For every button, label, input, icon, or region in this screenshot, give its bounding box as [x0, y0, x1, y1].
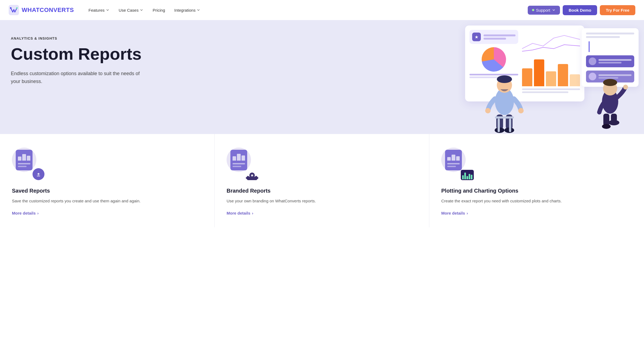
- navigation: WHATCONVERTS Features Use Cases Pricing …: [0, 0, 644, 20]
- line-chart: [522, 30, 580, 54]
- card-title-charting: Plotting and Charting Options: [441, 188, 632, 194]
- person-right-illustration: [590, 74, 630, 134]
- card-desc-saved: Save the customized reports you create a…: [12, 198, 202, 204]
- branded-reports-icon-wrap: ★: [227, 148, 259, 180]
- star-widget: ★: [469, 30, 518, 44]
- doc-bar-2-1: [233, 156, 236, 161]
- svg-point-17: [603, 79, 617, 86]
- user-row-1: [586, 55, 634, 67]
- hero-illustration: ★: [454, 20, 644, 134]
- line-2: [484, 38, 506, 40]
- doc-line-3-2: [447, 166, 456, 167]
- user-line-1b: [598, 62, 622, 63]
- branded-reports-more-details[interactable]: More details ›: [227, 211, 417, 215]
- upload-badge: [33, 168, 44, 180]
- line-1: [484, 34, 516, 36]
- nav-links: Features Use Cases Pricing Integrations: [85, 6, 528, 15]
- doc-bar-2: [22, 154, 26, 161]
- label-2: [522, 91, 568, 93]
- doc-bar-3-1: [447, 157, 451, 161]
- hero-section: ANALYTICS & INSIGHTS Custom Reports Endl…: [0, 20, 644, 134]
- doc-line-2-1: [233, 163, 245, 164]
- chevron-down-icon: [197, 8, 200, 12]
- mini-bar-2: [464, 173, 466, 179]
- star-icon: ★: [475, 34, 478, 40]
- doc-bar-2-3: [242, 155, 245, 161]
- doc-bar-3: [27, 156, 30, 161]
- top-line-2: [586, 36, 620, 38]
- user-lines-1: [598, 59, 632, 63]
- star-icon-box: ★: [472, 33, 481, 41]
- brand-badge: ★: [245, 170, 259, 181]
- doc-line-3-1: [447, 163, 460, 164]
- charting-more-details[interactable]: More details ›: [441, 211, 632, 215]
- doc-chart: [18, 152, 30, 161]
- card-title-branded: Branded Reports: [227, 188, 417, 194]
- integrations-nav-item[interactable]: Integrations: [170, 6, 204, 15]
- svg-point-1: [10, 7, 12, 9]
- feature-card-charting: Plotting and Charting Options Create the…: [429, 134, 644, 227]
- try-free-button[interactable]: Try For Free: [600, 5, 635, 15]
- doc-chart-2: [233, 152, 245, 161]
- svg-point-22: [602, 124, 611, 129]
- support-status-dot: [532, 9, 534, 11]
- bar-chart: [522, 56, 580, 86]
- book-demo-button[interactable]: Book Demo: [563, 5, 597, 15]
- use-cases-nav-item[interactable]: Use Cases: [115, 6, 147, 15]
- mini-bar-1: [462, 175, 464, 180]
- logo-icon: [9, 5, 19, 15]
- document-icon: [16, 150, 33, 170]
- vertical-bar: [589, 41, 590, 52]
- pricing-nav-item[interactable]: Pricing: [149, 6, 169, 15]
- svg-rect-14: [509, 119, 511, 132]
- doc-line-2-2: [233, 166, 241, 167]
- top-lines: [586, 33, 634, 38]
- bar-chart-area: [522, 30, 580, 97]
- logo[interactable]: WHATCONVERTS: [9, 5, 74, 15]
- document-icon-2: [230, 150, 247, 170]
- top-line-1: [586, 33, 634, 34]
- document-icon-3: [445, 150, 462, 170]
- card-title-saved: Saved Reports: [12, 188, 202, 194]
- bar-4: [558, 64, 568, 87]
- svg-point-5: [497, 75, 512, 83]
- svg-rect-13: [498, 119, 500, 132]
- upload-icon: [36, 171, 41, 177]
- hero-content: ANALYTICS & INSIGHTS Custom Reports Endl…: [11, 36, 173, 85]
- mini-bar-3: [466, 176, 468, 179]
- svg-rect-12: [495, 116, 514, 119]
- chevron-down-icon: [106, 8, 110, 12]
- doc-bar-2-2: [237, 154, 240, 161]
- chart-labels: [522, 88, 580, 93]
- saved-reports-more-details[interactable]: More details ›: [12, 211, 202, 215]
- mini-bar-4: [469, 174, 470, 179]
- feature-cards-section: Saved Reports Save the customized report…: [0, 134, 644, 227]
- card-desc-charting: Create the exact report you need with cu…: [441, 198, 632, 204]
- mini-bar-5: [471, 175, 472, 179]
- bar-3: [546, 71, 556, 86]
- line-chart-svg: [522, 30, 580, 54]
- feature-card-saved-reports: Saved Reports Save the customized report…: [0, 134, 215, 227]
- avatar-1: [589, 58, 596, 65]
- svg-point-2: [16, 7, 18, 9]
- chevron-down-icon: [140, 8, 143, 12]
- person-right-svg: [590, 74, 630, 134]
- doc-bar-1: [18, 157, 21, 161]
- svg-point-21: [608, 120, 619, 125]
- star-ribbon-icon: ★: [245, 170, 259, 180]
- support-button[interactable]: Support: [528, 6, 560, 15]
- user-line-1a: [598, 59, 632, 61]
- features-nav-item[interactable]: Features: [85, 6, 113, 15]
- charting-icon-wrap: [441, 148, 474, 180]
- person-left-svg: [481, 69, 527, 134]
- feature-card-branded-reports: ★ Branded Reports Use your own branding …: [215, 134, 429, 227]
- chevron-down-icon: [552, 8, 556, 12]
- bar-5: [570, 74, 580, 86]
- svg-point-18: [623, 85, 628, 90]
- logo-text: WHATCONVERTS: [22, 7, 74, 14]
- label-1: [522, 88, 580, 90]
- doc-line-2: [18, 166, 27, 167]
- card-desc-branded: Use your own branding on WhatConverts re…: [227, 198, 417, 204]
- hero-tag: ANALYTICS & INSIGHTS: [11, 36, 173, 40]
- hero-description: Endless customization options available …: [11, 70, 141, 85]
